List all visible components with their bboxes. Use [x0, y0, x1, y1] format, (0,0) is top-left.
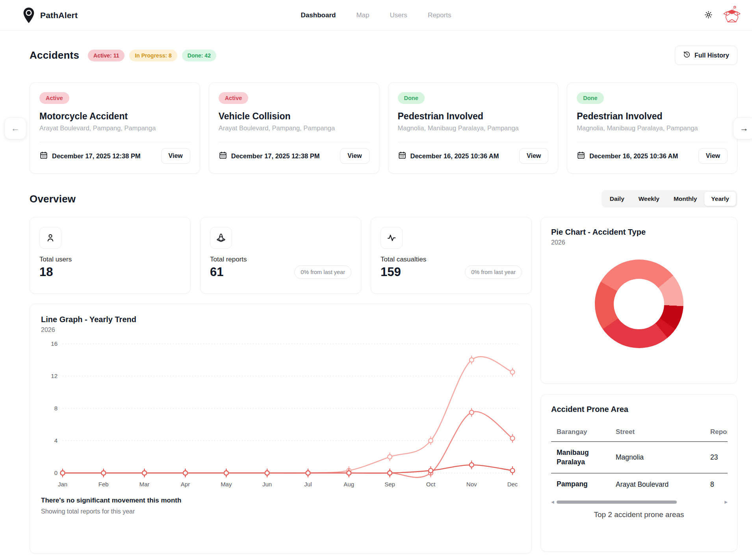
- pie-chart-subtitle: 2026: [551, 239, 727, 246]
- svg-text:Jun: Jun: [262, 481, 272, 488]
- accident-location: Magnolia, Manibaug Paralaya, Pampanga: [398, 124, 549, 132]
- accident-title: Vehicle Collision: [219, 111, 370, 122]
- svg-text:4: 4: [54, 437, 58, 444]
- stat-card-total-reports: Total reports 61 0% from last year: [200, 217, 361, 294]
- svg-text:Apr: Apr: [181, 481, 190, 488]
- status-badge: Active: [39, 92, 69, 104]
- horizontal-scrollbar: ◀ ▶: [551, 500, 728, 504]
- cell-street: Magnolia: [610, 442, 705, 473]
- tab-yearly[interactable]: Yearly: [704, 192, 736, 206]
- nav-users[interactable]: Users: [390, 11, 407, 19]
- tab-monthly[interactable]: Monthly: [667, 192, 704, 206]
- svg-text:8: 8: [54, 405, 58, 412]
- top-navigation-bar: PathAlert Dashboard Map Users Reports: [0, 0, 752, 31]
- main-nav: Dashboard Map Users Reports: [301, 0, 451, 31]
- table-row: Pampang Arayat Boulevard 8: [551, 473, 728, 495]
- sun-icon: [704, 11, 713, 20]
- pie-chart-title: Pie Chart - Accident Type: [551, 228, 727, 237]
- svg-text:12: 12: [51, 373, 58, 379]
- svg-text:Jan: Jan: [58, 481, 67, 488]
- stat-label: Total casualties: [381, 256, 522, 263]
- accident-title: Pedestrian Involved: [398, 111, 549, 122]
- prone-area-table: Barangay Street Reports Manibaug Paralay…: [551, 424, 728, 495]
- user-icon: [39, 227, 61, 249]
- cell-street: Arayat Boulevard: [610, 473, 705, 495]
- calendar-icon: [577, 151, 585, 161]
- svg-text:Mar: Mar: [139, 481, 150, 488]
- map-pin-icon: [21, 7, 36, 24]
- scrollbar-track[interactable]: [556, 501, 723, 504]
- cell-reports: 8: [705, 473, 728, 495]
- overview-right-column: Pie Chart - Accident Type 2026 Accident …: [540, 217, 737, 554]
- accident-status-badges: Active: 11 In Progress: 8 Done: 42: [88, 50, 216, 61]
- svg-text:Sep: Sep: [384, 481, 395, 488]
- column-header-street: Street: [610, 424, 705, 442]
- accident-prone-area-card: Accident Prone Area Barangay Street Repo…: [540, 394, 737, 552]
- theme-toggle-button[interactable]: [704, 11, 713, 20]
- stat-value: 159: [381, 265, 401, 279]
- overview-left-column: Total users 18 Total reports: [30, 217, 532, 554]
- view-button[interactable]: View: [519, 148, 548, 164]
- status-badge: Active: [219, 92, 249, 104]
- stat-delta-badge: 0% from last year: [465, 265, 522, 279]
- accident-location: Arayat Boulevard, Pampang, Pampanga: [39, 124, 190, 132]
- cell-barangay: Pampang: [551, 473, 610, 495]
- brand-name: PathAlert: [40, 11, 78, 20]
- scroll-right-arrow-icon[interactable]: ▶: [724, 500, 728, 504]
- full-history-button[interactable]: Full History: [675, 46, 737, 65]
- line-chart-footnote: Showing total reports for this year: [41, 508, 520, 515]
- line-chart-subtitle: 2026: [41, 326, 520, 334]
- svg-text:Dec: Dec: [507, 481, 518, 488]
- svg-text:Jul: Jul: [304, 481, 312, 488]
- divider: [577, 142, 728, 142]
- divider: [398, 142, 549, 142]
- prone-area-caption: Top 2 accident prone areas: [551, 510, 727, 519]
- cell-barangay: Manibaug Paralaya: [551, 442, 610, 473]
- stat-value: 61: [210, 265, 223, 279]
- stat-card-total-casualties: Total casualties 159 0% from last year: [371, 217, 532, 294]
- accident-cards-carousel: Active Motorcycle Accident Arayat Boulev…: [30, 82, 737, 174]
- view-button[interactable]: View: [161, 148, 190, 164]
- scrollbar-thumb[interactable]: [557, 501, 677, 504]
- arrow-right-icon: →: [740, 123, 748, 134]
- prone-area-title: Accident Prone Area: [551, 405, 727, 414]
- accident-datetime: December 16, 2025 10:36 AM: [589, 152, 678, 160]
- view-button[interactable]: View: [698, 148, 728, 164]
- divider: [39, 142, 190, 142]
- carousel-next-button[interactable]: →: [733, 117, 752, 139]
- nav-dashboard[interactable]: Dashboard: [301, 11, 336, 19]
- open-box-illustration-icon: [722, 5, 742, 26]
- brand-logo: PathAlert: [21, 7, 78, 24]
- arrow-left-icon: ←: [11, 123, 20, 134]
- calendar-icon: [219, 151, 227, 161]
- tab-weekly[interactable]: Weekly: [632, 192, 666, 206]
- accident-location: Arayat Boulevard, Pampang, Pampanga: [219, 124, 370, 132]
- donut-hole: [614, 279, 664, 329]
- status-badge: Done: [398, 92, 425, 104]
- tab-daily[interactable]: Daily: [603, 192, 631, 206]
- badge-done-count: Done: 42: [182, 50, 216, 61]
- column-header-barangay: Barangay: [551, 424, 610, 442]
- accident-card: Active Vehicle Collision Arayat Boulevar…: [209, 82, 379, 174]
- accidents-title: Accidents: [30, 49, 79, 61]
- view-button[interactable]: View: [340, 148, 369, 164]
- badge-inprogress-count: In Progress: 8: [129, 50, 177, 61]
- column-header-reports: Reports: [705, 424, 728, 442]
- carousel-previous-button[interactable]: ←: [4, 117, 26, 139]
- stat-label: Total users: [39, 256, 181, 263]
- accident-datetime: December 17, 2025 12:38 PM: [231, 152, 320, 160]
- pie-chart-card: Pie Chart - Accident Type 2026: [540, 217, 737, 384]
- divider: [219, 142, 370, 142]
- line-chart-footnote-bold: There's no significant movement this mon…: [41, 497, 520, 504]
- nav-reports[interactable]: Reports: [428, 11, 451, 19]
- calendar-icon: [39, 151, 48, 161]
- accident-title: Pedestrian Involved: [577, 111, 728, 122]
- stat-delta-badge: 0% from last year: [294, 265, 351, 279]
- svg-text:Nov: Nov: [466, 481, 477, 488]
- cell-reports: 23: [705, 442, 728, 473]
- pie-chart-donut: [595, 260, 683, 348]
- scroll-left-arrow-icon[interactable]: ◀: [551, 500, 554, 504]
- clock-history-icon: [683, 51, 691, 60]
- user-avatar[interactable]: [722, 6, 742, 25]
- nav-map[interactable]: Map: [356, 11, 369, 19]
